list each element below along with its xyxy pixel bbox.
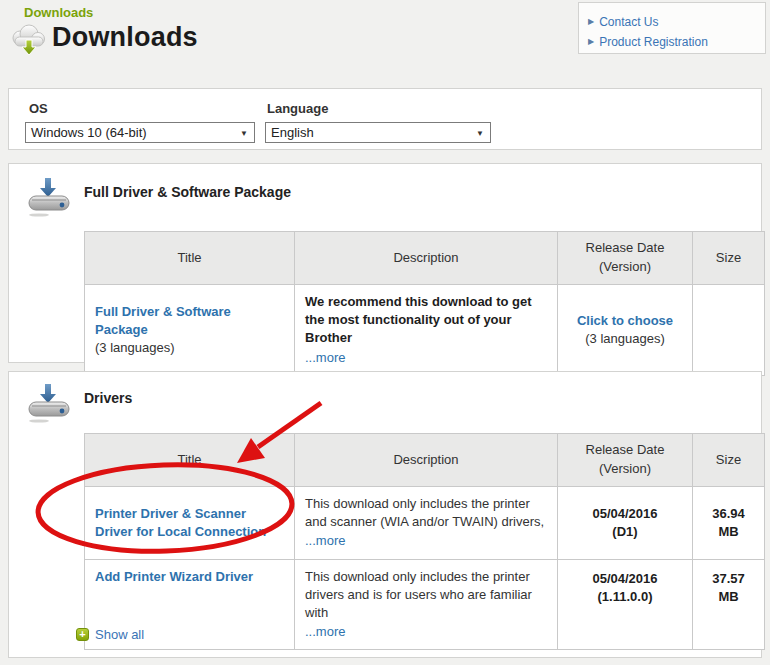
col-release: Release Date (Version) [558, 232, 693, 285]
section-title-full-driver: Full Driver & Software Package [84, 184, 291, 200]
release-cell: 05/04/2016 (1.11.0.0) [558, 559, 693, 650]
download-drive-icon [26, 176, 72, 222]
more-link[interactable]: ...more [305, 623, 345, 641]
table-row: Printer Driver & Scanner Driver for Loca… [85, 487, 765, 560]
drivers-section: Drivers Title Description Release Date (… [8, 371, 762, 658]
show-all-link[interactable]: + Show all [76, 627, 144, 642]
col-size: Size [693, 434, 765, 487]
description-cell: This download only includes the printer … [295, 559, 558, 650]
cloud-download-icon [8, 24, 48, 60]
dropdown-arrow-icon: ▼ [476, 129, 484, 138]
quick-links-box: ▶ Contact Us ▶ Product Registration [578, 2, 766, 54]
section-title-drivers: Drivers [84, 390, 132, 406]
drivers-table: Title Description Release Date (Version)… [84, 433, 765, 650]
table-header-row: Title Description Release Date (Version)… [85, 434, 765, 487]
table-row: Full Driver & Software Package (3 langua… [85, 285, 765, 376]
size-cell: 36.94 MB [693, 487, 765, 560]
os-select[interactable]: Windows 10 (64-bit) ▼ [25, 122, 255, 143]
product-registration-link[interactable]: ▶ Product Registration [588, 32, 765, 52]
filters-panel: OS Windows 10 (64-bit) ▼ Language Englis… [8, 88, 762, 150]
col-title: Title [85, 232, 295, 285]
downloads-page: Downloads Downloads ▶ Contact [0, 0, 770, 665]
table-header-row: Title Description Release Date (Version)… [85, 232, 765, 285]
col-release: Release Date (Version) [558, 434, 693, 487]
full-driver-package-link[interactable]: Full Driver & Software Package [95, 304, 231, 337]
full-driver-table: Title Description Release Date (Version)… [84, 231, 765, 376]
col-description: Description [295, 434, 558, 487]
breadcrumb[interactable]: Downloads [24, 5, 93, 20]
printer-scanner-driver-link[interactable]: Printer Driver & Scanner Driver for Loca… [95, 506, 266, 539]
title-cell: Printer Driver & Scanner Driver for Loca… [85, 487, 295, 560]
size-cell [693, 285, 765, 376]
title-cell: Full Driver & Software Package (3 langua… [85, 285, 295, 376]
col-size: Size [693, 232, 765, 285]
language-label: Language [267, 101, 328, 116]
full-driver-section: Full Driver & Software Package Title Des… [8, 163, 762, 363]
col-title: Title [85, 434, 295, 487]
more-link[interactable]: ...more [305, 349, 345, 367]
click-to-choose-link[interactable]: Click to choose [577, 313, 673, 328]
os-label: OS [29, 101, 48, 116]
release-cell: Click to choose (3 languages) [558, 285, 693, 376]
language-select[interactable]: English ▼ [265, 122, 491, 143]
contact-us-link[interactable]: ▶ Contact Us [588, 12, 765, 32]
table-row: Add Printer Wizard Driver This download … [85, 559, 765, 650]
triangle-bullet-icon: ▶ [588, 18, 594, 26]
col-description: Description [295, 232, 558, 285]
plus-icon: + [76, 628, 89, 641]
page-title: Downloads [52, 22, 198, 53]
add-printer-wizard-link[interactable]: Add Printer Wizard Driver [95, 569, 253, 584]
triangle-bullet-icon: ▶ [588, 38, 594, 46]
release-cell: 05/04/2016 (D1) [558, 487, 693, 560]
size-cell: 37.57 MB [693, 559, 765, 650]
description-cell: This download only includes the printer … [295, 487, 558, 560]
description-cell: We recommend this download to get the mo… [295, 285, 558, 376]
download-drive-icon [26, 382, 72, 428]
more-link[interactable]: ...more [305, 532, 345, 550]
dropdown-arrow-icon: ▼ [240, 129, 248, 138]
